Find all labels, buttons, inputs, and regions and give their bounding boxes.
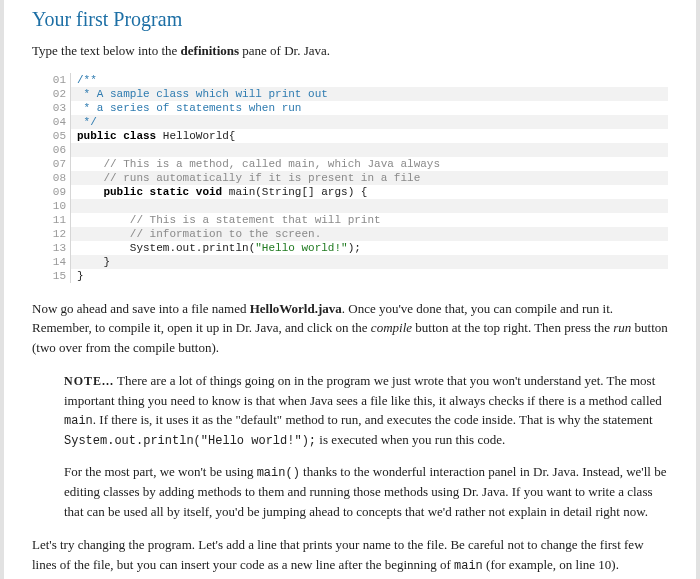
- p3-t2: (for example, on line 10).: [483, 557, 619, 572]
- line-number: 11: [44, 213, 71, 227]
- page-title: Your first Program: [32, 8, 668, 31]
- code-content: }: [71, 269, 668, 283]
- code-line: 06: [44, 143, 668, 157]
- code-token: * A sample class which will print out: [77, 88, 328, 100]
- paragraph-save-compile: Now go ahead and save into a file named …: [32, 299, 668, 358]
- code-block: 01/**02 * A sample class which will prin…: [44, 73, 668, 283]
- code-line: 10: [44, 199, 668, 213]
- code-token: // information to the screen.: [130, 228, 321, 240]
- intro-post: pane of Dr. Java.: [239, 43, 330, 58]
- code-token: }: [77, 256, 110, 268]
- code-token: // This is a method, called main, which …: [103, 158, 440, 170]
- p2-t3: button at the top right. Then press the: [412, 320, 613, 335]
- code-token: "Hello world!": [255, 242, 347, 254]
- code-content: System.out.println("Hello world!");: [71, 241, 668, 255]
- code-line: 14 }: [44, 255, 668, 269]
- code-token: HelloWorld{: [163, 130, 236, 142]
- code-content: /**: [71, 73, 668, 87]
- note-t3: is executed when you run this code.: [316, 432, 505, 447]
- code-line: 15}: [44, 269, 668, 283]
- code-token: [77, 200, 84, 212]
- line-number: 07: [44, 157, 71, 171]
- note-t2: . If there is, it uses it as the "defaul…: [93, 412, 653, 427]
- code-token: public class: [77, 130, 163, 142]
- line-number: 12: [44, 227, 71, 241]
- code-content: [71, 199, 668, 213]
- code-token: */: [77, 116, 97, 128]
- code-line: 02 * A sample class which will print out: [44, 87, 668, 101]
- code-token: [77, 228, 130, 240]
- code-token: main(String[] args) {: [229, 186, 368, 198]
- line-number: 02: [44, 87, 71, 101]
- note-code-main: main: [64, 414, 93, 428]
- intro-strong: definitions: [181, 43, 240, 58]
- intro-pre: Type the text below into the: [32, 43, 181, 58]
- p2-compile: compile: [371, 320, 412, 335]
- code-token: /**: [77, 74, 97, 86]
- note-p1: NOTE... There are a lot of things going …: [64, 371, 668, 450]
- code-line: 12 // information to the screen.: [44, 227, 668, 241]
- code-content: }: [71, 255, 668, 269]
- code-token: // This is a statement that will print: [130, 214, 381, 226]
- note-t1: There are a lot of things going on in th…: [64, 373, 662, 408]
- code-content: * A sample class which will print out: [71, 87, 668, 101]
- code-content: // runs automatically if it is present i…: [71, 171, 668, 185]
- code-token: * a series of statements when run: [77, 102, 301, 114]
- code-content: public static void main(String[] args) {: [71, 185, 668, 199]
- line-number: 10: [44, 199, 71, 213]
- code-line: 04 */: [44, 115, 668, 129]
- code-token: public static void: [103, 186, 228, 198]
- code-content: */: [71, 115, 668, 129]
- code-line: 08 // runs automatically if it is presen…: [44, 171, 668, 185]
- document-page: Your first Program Type the text below i…: [0, 0, 700, 579]
- intro-paragraph: Type the text below into the definitions…: [32, 41, 668, 61]
- note-code-println: System.out.println("Hello world!");: [64, 434, 316, 448]
- line-number: 06: [44, 143, 71, 157]
- code-token: [77, 186, 103, 198]
- line-number: 01: [44, 73, 71, 87]
- code-content: * a series of statements when run: [71, 101, 668, 115]
- code-content: // This is a statement that will print: [71, 213, 668, 227]
- line-number: 13: [44, 241, 71, 255]
- code-token: [77, 158, 103, 170]
- code-line: 13 System.out.println("Hello world!");: [44, 241, 668, 255]
- code-line: 03 * a series of statements when run: [44, 101, 668, 115]
- code-line: 07 // This is a method, called main, whi…: [44, 157, 668, 171]
- code-content: [71, 143, 668, 157]
- p2-t1: Now go ahead and save into a file named: [32, 301, 250, 316]
- code-token: [77, 172, 103, 184]
- code-token: // runs automatically if it is present i…: [103, 172, 420, 184]
- code-line: 05public class HelloWorld{: [44, 129, 668, 143]
- code-content: // This is a method, called main, which …: [71, 157, 668, 171]
- paragraph-change-program: Let's try changing the program. Let's ad…: [32, 535, 668, 575]
- code-line: 09 public static void main(String[] args…: [44, 185, 668, 199]
- code-line: 11 // This is a statement that will prin…: [44, 213, 668, 227]
- p2-filename: HelloWorld.java: [250, 301, 342, 316]
- line-number: 03: [44, 101, 71, 115]
- note-label: NOTE...: [64, 374, 114, 388]
- p3-code-main: main: [454, 559, 483, 573]
- code-content: public class HelloWorld{: [71, 129, 668, 143]
- note-code-maincall: main(): [257, 466, 300, 480]
- line-number: 05: [44, 129, 71, 143]
- code-token: System.out.println(: [77, 242, 255, 254]
- code-token: );: [348, 242, 361, 254]
- line-number: 09: [44, 185, 71, 199]
- p2-run: run: [613, 320, 631, 335]
- note-p2: For the most part, we won't be using mai…: [64, 462, 668, 521]
- line-number: 14: [44, 255, 71, 269]
- code-content: // information to the screen.: [71, 227, 668, 241]
- code-token: [77, 144, 84, 156]
- line-number: 15: [44, 269, 71, 283]
- line-number: 04: [44, 115, 71, 129]
- line-number: 08: [44, 171, 71, 185]
- note-t4: For the most part, we won't be using: [64, 464, 257, 479]
- code-line: 01/**: [44, 73, 668, 87]
- code-token: }: [77, 270, 84, 282]
- code-token: [77, 214, 130, 226]
- note-block: NOTE... There are a lot of things going …: [64, 371, 668, 521]
